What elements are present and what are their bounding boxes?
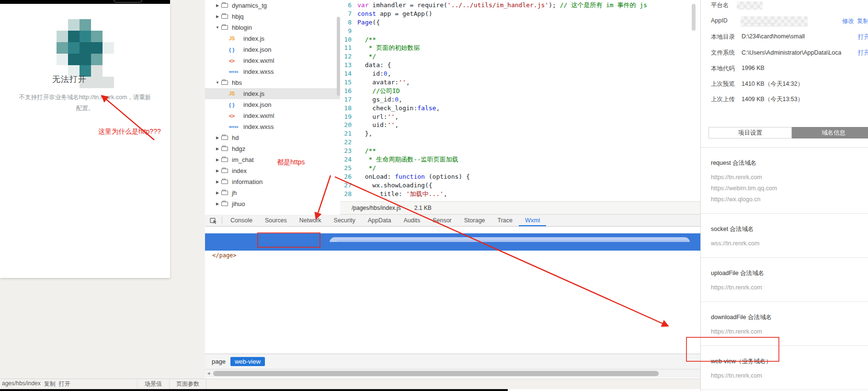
chevron-down-icon[interactable]: ▼ <box>215 80 220 85</box>
link-打开[interactable]: 打开 <box>858 34 868 40</box>
folder-icon <box>221 25 228 30</box>
chevron-right-icon[interactable]: ▶ <box>215 169 220 173</box>
error-message-line2: 配置。 <box>76 105 94 112</box>
chevron-right-icon[interactable]: ▶ <box>215 191 220 195</box>
breadcrumb-item-page[interactable]: page <box>212 358 226 365</box>
line-number: 28 <box>340 190 357 198</box>
inspect-element-icon[interactable] <box>209 217 218 225</box>
line-number: 7 <box>340 10 357 18</box>
debugger-tab-storage[interactable]: Storage <box>458 215 491 226</box>
debugger-tab-network[interactable]: Network <box>293 215 328 226</box>
tree-file-index.json[interactable]: { }index.json <box>205 99 340 110</box>
wxml-page-close-tag[interactable]: </page> <box>212 252 237 259</box>
folder-icon <box>221 136 228 140</box>
tree-item-label: index.wxss <box>243 68 274 75</box>
chevron-right-icon[interactable]: ▶ <box>215 136 220 140</box>
code-token: data: { <box>357 61 391 69</box>
link-修改[interactable]: 修改 <box>842 18 854 24</box>
chevron-right-icon[interactable]: ▶ <box>215 3 220 8</box>
chevron-right-icon[interactable]: ▶ <box>215 147 220 151</box>
tree-file-index.wxml[interactable]: <>index.wxml <box>205 110 340 121</box>
info-label: 本地代码 <box>711 65 735 73</box>
code-token: id: <box>357 70 384 77</box>
debugger-tab-sources[interactable]: Sources <box>259 215 293 226</box>
tree-folder-hbjq[interactable]: ▶hbjq <box>205 11 340 22</box>
scroll-left-arrow-icon[interactable]: ◄ <box>206 371 211 376</box>
tree-item-label: dynamics_tg <box>232 2 267 9</box>
tree-file-index.js[interactable]: JSindex.js <box>205 88 340 99</box>
tree-file-index.wxss[interactable]: wxssindex.wxss <box>205 121 340 132</box>
tree-folder-index[interactable]: ▶index <box>205 165 340 176</box>
details-tab-项目设置[interactable]: 项目设置 <box>708 127 792 138</box>
tree-item-label: jihuo <box>232 200 245 207</box>
folder-icon <box>221 191 228 195</box>
scene-value-button[interactable]: 场景值 <box>137 380 169 388</box>
line-number: 11 <box>340 44 357 52</box>
tree-folder-hd[interactable]: ▶hd <box>205 132 340 143</box>
code-token: /** <box>357 36 376 43</box>
tree-file-index.wxss[interactable]: wxssindex.wxss <box>205 66 340 77</box>
domain-sections: request 合法域名https://tn.renrk.comhttps://… <box>701 147 868 390</box>
link-复制[interactable]: 复制 <box>857 18 868 24</box>
code-editor[interactable]: 6var imhandler = require('../../utils/im… <box>340 0 700 201</box>
chevron-right-icon[interactable]: ▶ <box>215 158 220 162</box>
tree-folder-jh[interactable]: ▶jh <box>205 187 340 198</box>
wxml-webview-selected-line2[interactable]: hat_redirect" style="width: 360px; heigh… <box>205 242 700 251</box>
wxss-file-icon: wxss <box>229 69 241 74</box>
open-path-button[interactable]: 打开 <box>59 380 70 388</box>
code-token: function <box>395 173 425 180</box>
folder-icon <box>221 169 228 173</box>
copy-path-button[interactable]: 复制 <box>44 380 56 388</box>
debugger-tab-wxml[interactable]: Wxml <box>519 215 546 226</box>
tree-file-index.wxml[interactable]: <>index.wxml <box>205 55 340 66</box>
file-tree-scrollbar[interactable] <box>337 17 340 96</box>
code-line: 25 */ <box>340 164 700 172</box>
tree-file-index.json[interactable]: { }index.json <box>205 44 340 55</box>
debugger-tab-sensor[interactable]: Sensor <box>426 215 458 226</box>
horizontal-scrollbar[interactable]: ◄ <box>205 369 700 378</box>
chevron-right-icon[interactable]: ▶ <box>215 14 220 19</box>
tree-folder-jihuo[interactable]: ▶jihuo <box>205 198 340 209</box>
chevron-right-icon[interactable]: ▶ <box>215 180 220 184</box>
wxml-inspector: ▼ <page> <web-view src="https://tn.renrk… <box>205 227 700 354</box>
json-file-icon: { } <box>229 47 241 53</box>
code-text: */ <box>357 164 376 172</box>
tree-folder-hbs[interactable]: ▼hbs <box>205 77 340 88</box>
tree-folder-im_chat[interactable]: ▶im_chat <box>205 154 340 165</box>
code-line: 23 /** <box>340 147 700 155</box>
line-number: 13 <box>340 61 357 69</box>
debugger-tab-trace[interactable]: Trace <box>491 215 519 226</box>
tree-item-label: index.js <box>243 90 264 97</box>
code-line: 7const app = getApp() <box>340 10 700 18</box>
info-label: 文件系统 <box>711 49 735 57</box>
code-line: 10 /** <box>340 35 700 44</box>
taskbar-strip <box>0 389 508 391</box>
tree-file-index.js[interactable]: JSindex.js <box>205 33 340 44</box>
editor-scrollbar[interactable] <box>692 4 696 31</box>
simulator-notch <box>114 0 142 3</box>
info-row-1: 平台名 <box>701 1 868 11</box>
breadcrumb-item-webview[interactable]: web-view <box>230 357 265 366</box>
info-row-2: AppID..............修改复制 <box>701 17 868 27</box>
tree-folder-dynamics_tg[interactable]: ▶dynamics_tg <box>205 0 340 11</box>
debugger-tab-console[interactable]: Console <box>224 215 259 226</box>
code-text: Page({ <box>357 18 380 27</box>
debugger-tab-security[interactable]: Security <box>328 215 362 226</box>
chevron-down-icon[interactable]: ▼ <box>215 25 220 30</box>
tree-folder-hdgz[interactable]: ▶hdgz <box>205 143 340 154</box>
line-number: 25 <box>340 164 357 172</box>
code-token: Page <box>357 19 372 26</box>
code-token: check_login: <box>357 104 417 112</box>
tree-folder-information[interactable]: ▶information <box>205 176 340 187</box>
page-params-button[interactable]: 页面参数 <box>170 380 206 388</box>
tree-folder-hblogin[interactable]: ▼hblogin <box>205 22 340 33</box>
tabbar-divider <box>222 217 222 224</box>
debugger-tab-audits[interactable]: Audits <box>397 215 426 226</box>
scrollbar-thumb[interactable] <box>213 371 659 376</box>
link-打开[interactable]: 打开 <box>858 49 868 56</box>
code-token: avatar: <box>357 79 399 86</box>
debugger-tab-appdata[interactable]: AppData <box>362 215 398 226</box>
chevron-right-icon[interactable]: ▶ <box>215 202 220 206</box>
details-tab-域名信息[interactable]: 域名信息 <box>792 127 868 138</box>
wxml-webview-selected-line1[interactable]: <web-view src="https://tn.renrk.co ng <box>205 233 700 242</box>
